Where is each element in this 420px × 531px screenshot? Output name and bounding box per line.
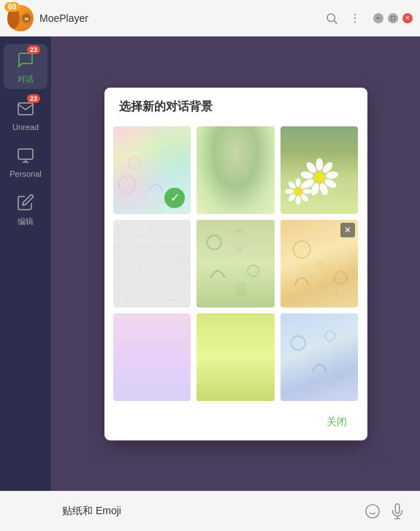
svg-rect-34	[113, 221, 191, 305]
wallpaper-bg-4	[113, 220, 191, 307]
svg-point-29	[299, 193, 309, 202]
svg-point-16	[316, 158, 323, 170]
wallpaper-item-8[interactable]	[196, 313, 275, 401]
app-window: M 60 MoePlayer − □ ×	[0, 0, 420, 531]
wallpaper-bg-7	[113, 313, 191, 401]
svg-point-15	[313, 171, 325, 183]
minimize-button[interactable]: −	[373, 13, 383, 23]
svg-rect-38	[235, 281, 246, 295]
unread-label: Unread	[12, 123, 39, 131]
main-area: 选择新的对话背景	[51, 37, 420, 491]
unread-badge: 23	[27, 94, 40, 103]
wallpaper-item-4[interactable]	[113, 220, 191, 307]
svg-point-44	[291, 335, 305, 349]
app-icon-container: M 60	[7, 5, 34, 31]
svg-point-40	[293, 240, 310, 257]
svg-point-45	[325, 331, 335, 341]
svg-line-4	[334, 20, 337, 23]
personal-icon	[17, 147, 34, 164]
svg-point-7	[354, 21, 356, 23]
title-right-icons	[325, 12, 362, 25]
bottom-bar: 贴纸和 Emoji	[0, 491, 420, 531]
blue-doodle-svg: ☺	[280, 313, 359, 401]
modal-close-button[interactable]: 关闭	[321, 413, 353, 432]
window-controls: − □ ×	[373, 13, 413, 23]
svg-text:☺: ☺	[327, 375, 338, 387]
title-bar-left: M 60 MoePlayer	[7, 5, 88, 31]
svg-point-41	[335, 271, 347, 283]
modal-body: ✓	[104, 123, 367, 404]
wallpaper-item-2[interactable]	[196, 126, 275, 214]
edit-icon	[17, 194, 34, 211]
wallpaper-bg-8	[196, 313, 275, 401]
sidebar-item-edit[interactable]: 编辑	[4, 186, 47, 232]
svg-point-25	[294, 187, 302, 195]
modal-title: 选择新的对话背景	[119, 100, 213, 112]
sidebar-item-unread[interactable]: 23 Unread	[4, 93, 47, 136]
svg-point-31	[287, 193, 297, 202]
svg-text:♪: ♪	[334, 285, 340, 297]
modal-footer: 关闭	[104, 404, 367, 440]
wallpaper-item-6[interactable]: ♪ ✕	[280, 220, 359, 307]
svg-point-37	[248, 264, 259, 276]
modal-overlay: 选择新的对话背景	[51, 37, 420, 491]
personal-icon-area	[14, 144, 37, 167]
svg-point-6	[354, 17, 356, 18]
selected-check-1: ✓	[164, 188, 185, 208]
more-options-button[interactable]	[348, 12, 362, 25]
edit-label: 编辑	[18, 216, 34, 227]
svg-point-26	[296, 177, 301, 186]
svg-point-30	[296, 196, 301, 205]
close-button[interactable]: ×	[402, 13, 413, 23]
emoji-icon	[364, 503, 381, 519]
wallpaper-item-3[interactable]	[280, 126, 359, 214]
svg-point-42	[315, 259, 324, 268]
wallpaper-bg-3	[280, 126, 359, 214]
app-badge: 60	[4, 2, 20, 12]
svg-point-12	[118, 175, 135, 192]
wallpaper-grid: ✓	[113, 126, 359, 401]
svg-point-33	[287, 180, 297, 189]
svg-rect-9	[18, 149, 33, 159]
sidebar: 23 对话 23 Unread	[0, 37, 51, 491]
sticker-label: 贴纸和 Emoji	[62, 505, 121, 518]
modal-header: 选择新的对话背景	[104, 88, 367, 123]
green-doodle-svg	[196, 220, 275, 307]
svg-point-32	[285, 188, 294, 194]
sidebar-item-chat[interactable]: 23 对话	[4, 44, 47, 89]
maximize-button[interactable]: □	[388, 13, 398, 23]
mic-button[interactable]	[389, 503, 405, 519]
lower-right-icons	[364, 503, 405, 519]
emoji-button[interactable]	[364, 503, 381, 519]
svg-point-47	[336, 374, 345, 383]
title-bar-title: MoePlayer	[39, 12, 88, 24]
wallpaper-bg-9: ☺	[280, 313, 359, 401]
svg-text:M: M	[25, 16, 28, 21]
wallpaper-modal: 选择新的对话背景	[104, 88, 367, 440]
svg-point-48	[366, 505, 379, 518]
wallpaper-item-5[interactable]	[196, 220, 275, 307]
chat-icon-area: 23	[14, 48, 37, 72]
edit-icon-area	[14, 191, 37, 214]
search-button[interactable]	[325, 12, 338, 25]
svg-point-5	[354, 13, 356, 15]
search-icon	[325, 12, 338, 25]
svg-point-13	[129, 157, 140, 169]
wallpaper-bg-5	[196, 220, 275, 307]
wallpaper-bg-2	[196, 126, 275, 214]
wallpaper-item-9[interactable]: ☺	[280, 313, 359, 401]
wallpaper-item-1[interactable]: ✓	[113, 126, 191, 214]
personal-label: Personal	[9, 169, 41, 178]
svg-point-39	[235, 245, 243, 253]
grey-pattern-svg	[113, 220, 191, 307]
content-area: 23 对话 23 Unread	[0, 37, 420, 491]
wallpaper-item-7[interactable]	[113, 313, 191, 401]
moeplayer-icon-svg: M	[20, 7, 34, 29]
chat-badge: 23	[27, 45, 40, 54]
flowers-svg	[280, 126, 359, 214]
svg-point-28	[302, 188, 311, 194]
more-icon	[348, 12, 362, 25]
close-wallpaper-btn[interactable]: ✕	[340, 223, 355, 237]
sidebar-item-personal[interactable]: Personal	[4, 140, 47, 183]
mic-icon	[389, 503, 405, 519]
